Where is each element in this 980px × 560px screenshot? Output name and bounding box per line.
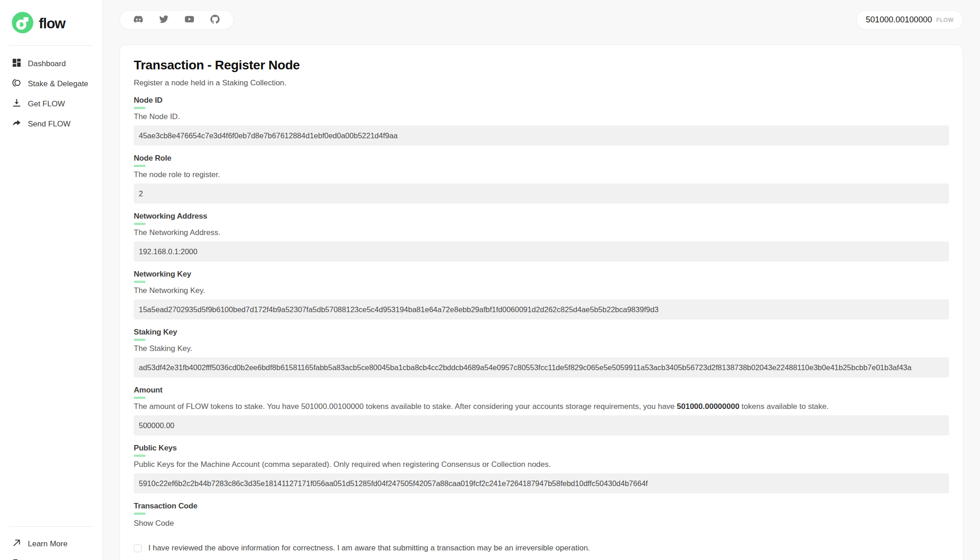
youtube-icon[interactable] <box>185 15 194 26</box>
amount-input[interactable] <box>134 415 949 435</box>
field-label: Transaction Code <box>134 502 949 511</box>
logout-icon <box>12 558 21 560</box>
social-links-pill <box>120 10 234 30</box>
field-label: Node ID <box>134 96 949 105</box>
sidebar-item-send-flow[interactable]: Send FLOW <box>0 114 102 134</box>
stake-delegate-icon <box>12 78 21 90</box>
node-role-input[interactable] <box>134 183 949 204</box>
balance-currency-label: FLOW <box>936 17 954 23</box>
sidebar-item-logout[interactable]: Logout <box>0 554 102 560</box>
field-transaction-code: Transaction Code Show Code <box>134 502 949 528</box>
label-underline <box>134 223 146 225</box>
show-code-toggle[interactable]: Show Code <box>134 519 949 528</box>
brand-wordmark: flow <box>39 16 65 32</box>
external-link-icon <box>12 538 21 550</box>
field-node-id: Node ID The Node ID. <box>134 96 949 146</box>
send-icon <box>12 118 21 130</box>
label-underline <box>134 165 146 167</box>
field-description: The Networking Key. <box>134 286 949 295</box>
field-description: The node role to register. <box>134 170 949 179</box>
field-label: Networking Key <box>134 270 949 279</box>
twitter-icon[interactable] <box>159 15 168 26</box>
field-networking-address: Networking Address The Networking Addres… <box>134 212 949 262</box>
field-description: Public Keys for the Machine Account (com… <box>134 460 949 469</box>
sidebar-item-label: Stake & Delegate <box>28 79 88 89</box>
topbar: 501000.00100000 FLOW <box>120 10 963 30</box>
sidebar-item-get-flow[interactable]: Get FLOW <box>0 94 102 114</box>
field-label: Public Keys <box>134 444 949 453</box>
confirmation-label: I have reviewed the above information fo… <box>148 544 590 553</box>
amount-desc-post: tokens available to stake. <box>739 402 829 411</box>
label-underline <box>134 397 146 399</box>
public-keys-input[interactable] <box>134 473 949 493</box>
balance-amount: 501000.00100000 <box>866 15 932 25</box>
sidebar-item-label: Learn More <box>28 539 68 549</box>
sidebar-item-learn-more[interactable]: Learn More <box>0 534 102 554</box>
field-staking-key: Staking Key The Staking Key. <box>134 328 949 377</box>
amount-desc-pre: The amount of FLOW tokens to stake. You … <box>134 402 677 411</box>
account-balance-pill: 501000.00100000 FLOW <box>856 10 963 30</box>
download-icon <box>12 98 21 110</box>
github-icon[interactable] <box>210 15 220 26</box>
sidebar-spacer <box>0 134 102 526</box>
sidebar: flow Dashboard <box>0 0 103 560</box>
dashboard-icon <box>12 58 21 70</box>
sidebar-item-label: Get FLOW <box>28 99 65 109</box>
label-underline <box>134 339 146 341</box>
sidebar-item-stake-delegate[interactable]: Stake & Delegate <box>0 74 102 94</box>
app-root: flow Dashboard <box>0 0 980 560</box>
networking-key-input[interactable] <box>134 299 949 319</box>
field-label: Staking Key <box>134 328 949 337</box>
main-area: 501000.00100000 FLOW Transaction - Regis… <box>103 0 980 560</box>
label-underline <box>134 281 146 283</box>
flow-logo-icon <box>12 12 33 35</box>
field-description: The Node ID. <box>134 112 949 121</box>
label-underline <box>134 455 146 457</box>
sidebar-nav: Dashboard Stake & Delegate <box>0 46 102 134</box>
sidebar-footer: Learn More Logout Network: TestNet Desig… <box>0 527 102 560</box>
transaction-form-card: Transaction - Register Node Register a n… <box>120 45 963 560</box>
field-public-keys: Public Keys Public Keys for the Machine … <box>134 444 949 493</box>
field-label: Node Role <box>134 154 949 163</box>
sidebar-item-dashboard[interactable]: Dashboard <box>0 54 102 74</box>
form-subtitle: Register a node held in a Staking Collec… <box>134 79 949 88</box>
confirmation-row: I have reviewed the above information fo… <box>134 544 949 553</box>
field-networking-key: Networking Key The Networking Key. <box>134 270 949 319</box>
field-amount: Amount The amount of FLOW tokens to stak… <box>134 386 949 435</box>
field-description: The Networking Address. <box>134 228 949 237</box>
sidebar-item-label: Send FLOW <box>28 120 71 129</box>
discord-icon[interactable] <box>134 15 143 26</box>
confirmation-checkbox[interactable] <box>134 544 141 552</box>
page-title: Transaction - Register Node <box>134 58 949 73</box>
label-underline <box>134 107 146 109</box>
sidebar-item-label: Dashboard <box>28 59 66 68</box>
field-label: Networking Address <box>134 212 949 221</box>
flow-brand[interactable]: flow <box>0 9 102 45</box>
field-node-role: Node Role The node role to register. <box>134 154 949 204</box>
networking-address-input[interactable] <box>134 241 949 262</box>
field-description: The Staking Key. <box>134 344 949 353</box>
field-description: The amount of FLOW tokens to stake. You … <box>134 402 949 411</box>
amount-available-bold: 501000.00000000 <box>677 402 739 411</box>
field-label: Amount <box>134 386 949 395</box>
staking-key-input[interactable] <box>134 357 949 377</box>
label-underline <box>134 513 146 515</box>
node-id-input[interactable] <box>134 126 949 146</box>
